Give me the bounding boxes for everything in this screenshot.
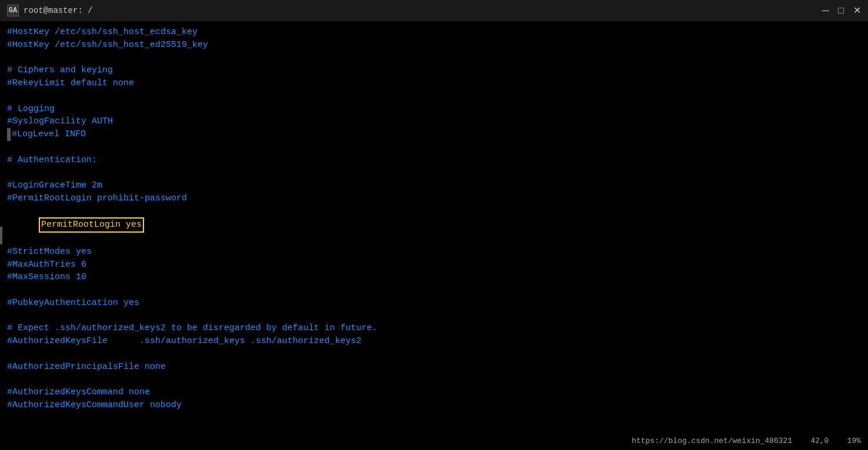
line-12 bbox=[7, 166, 861, 179]
icon-label: GA bbox=[9, 6, 17, 15]
line-14: #PermitRootLogin prohibit-password bbox=[7, 192, 861, 205]
line-10 bbox=[7, 141, 861, 154]
terminal-window: GA root@master: / ─ □ ✕ #HostKey /etc/ss… bbox=[0, 0, 868, 450]
titlebar-left: GA root@master: / bbox=[7, 5, 93, 16]
line-22: # Expect .ssh/authorized_keys2 to be dis… bbox=[7, 322, 861, 335]
status-url: https://blog.csdn.net/weixin_486321 bbox=[632, 436, 792, 445]
line-4: # Ciphers and keying bbox=[7, 64, 861, 77]
line-7: # Logging bbox=[7, 103, 861, 116]
line-25: #AuthorizedPrincipalsFile none bbox=[7, 361, 861, 374]
terminal-icon: GA bbox=[7, 5, 19, 16]
close-button[interactable]: ✕ bbox=[853, 6, 861, 15]
window-title: root@master: / bbox=[24, 6, 93, 15]
maximize-button[interactable]: □ bbox=[838, 6, 844, 15]
line-27: #AuthorizedKeysCommand none bbox=[7, 386, 861, 399]
line-9: #LogLevel INFO bbox=[7, 128, 861, 141]
line-1: #HostKey /etc/ssh/ssh_host_ecdsa_key bbox=[7, 26, 861, 39]
line-11: # Authentication: bbox=[7, 154, 861, 167]
scrollbar[interactable] bbox=[0, 227, 2, 244]
line-21 bbox=[7, 310, 861, 323]
status-percentage: 19% bbox=[847, 436, 861, 445]
line-23: #AuthorizedKeysFile .ssh/authorized_keys… bbox=[7, 335, 861, 348]
terminal-body[interactable]: #HostKey /etc/ssh/ssh_host_ecdsa_key #Ho… bbox=[0, 21, 868, 450]
permit-root-login-highlighted: PermitRootLogin yes bbox=[39, 217, 144, 233]
titlebar: GA root@master: / ─ □ ✕ bbox=[0, 0, 868, 21]
line-20: #PubkeyAuthentication yes bbox=[7, 297, 861, 310]
line-17: #MaxAuthTries 6 bbox=[7, 258, 861, 271]
line-19 bbox=[7, 284, 861, 297]
line-28: #AuthorizedKeysCommandUser nobody bbox=[7, 399, 861, 412]
line-6 bbox=[7, 90, 861, 103]
line-24 bbox=[7, 348, 861, 361]
line-3 bbox=[7, 52, 861, 65]
line-2: #HostKey /etc/ssh/ssh_host_ed25519_key bbox=[7, 39, 861, 52]
status-position: 42,0 bbox=[810, 436, 829, 445]
line-26 bbox=[7, 373, 861, 386]
line-5: #RekeyLimit default none bbox=[7, 77, 861, 90]
line-15: PermitRootLogin yes bbox=[7, 205, 861, 246]
line-13: #LoginGraceTime 2m bbox=[7, 179, 861, 192]
minimize-button[interactable]: ─ bbox=[822, 6, 829, 15]
line-18: #MaxSessions 10 bbox=[7, 271, 861, 284]
status-bar: https://blog.csdn.net/weixin_486321 42,0… bbox=[632, 436, 861, 445]
window-controls: ─ □ ✕ bbox=[822, 6, 861, 15]
line-8: #SyslogFacility AUTH bbox=[7, 115, 861, 128]
line-16: #StrictModes yes bbox=[7, 246, 861, 258]
